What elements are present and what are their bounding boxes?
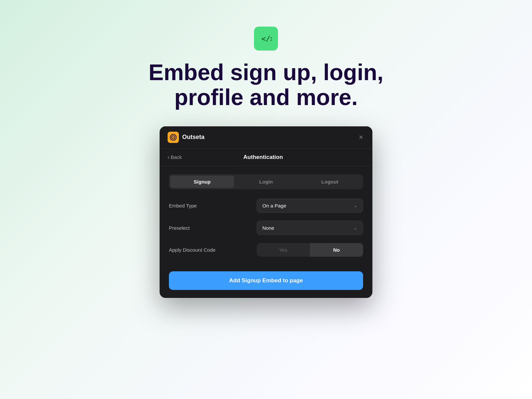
apply-discount-toggle: Yes No [257,243,363,257]
preselect-value: None [262,225,274,231]
modal-nav-title: Authentication [182,154,344,161]
modal-header: Outseta × [160,126,372,149]
back-chevron-icon: ‹ [168,154,169,160]
page-headline: Embed sign up, login, profile and more. [149,60,383,110]
apply-discount-row: Apply Discount Code Yes No [169,243,363,257]
preselect-label: Preselect [169,225,190,231]
tab-login[interactable]: Login [234,176,298,188]
embed-type-row: Embed Type On a Page ⌄ [169,199,363,213]
apply-discount-label: Apply Discount Code [169,247,215,253]
nav-back-button[interactable]: ‹ Back [168,154,182,160]
svg-point-3 [173,137,174,138]
modal-close-button[interactable]: × [357,132,364,142]
embed-type-value: On a Page [262,203,286,208]
modal-app-name: Outseta [182,134,204,141]
preselect-chevron-icon: ⌄ [353,225,357,230]
modal-body: Signup Login Logout Embed Type On a Page… [160,166,372,257]
svg-text:</>: </> [261,35,272,43]
embed-modal: Outseta × ‹ Back Authentication Signup L… [160,126,372,298]
top-section: </> Embed sign up, login, profile and mo… [149,27,383,298]
tab-logout[interactable]: Logout [298,176,362,188]
modal-header-left: Outseta [168,132,204,143]
preselect-select[interactable]: None ⌄ [257,221,363,235]
preselect-row: Preselect None ⌄ [169,221,363,235]
embed-type-chevron-icon: ⌄ [353,203,357,208]
modal-footer: Add Signup Embed to page [160,265,372,298]
discount-no-button[interactable]: No [310,243,363,257]
nav-back-label: Back [171,154,182,160]
add-embed-button[interactable]: Add Signup Embed to page [169,271,363,290]
code-icon: </> [254,27,278,51]
outseta-logo [168,132,179,143]
modal-nav: ‹ Back Authentication [160,149,372,166]
tab-bar: Signup Login Logout [169,174,363,189]
embed-type-select[interactable]: On a Page ⌄ [257,199,363,213]
embed-type-label: Embed Type [169,203,197,208]
discount-yes-button[interactable]: Yes [257,243,310,257]
tab-signup[interactable]: Signup [170,176,234,188]
